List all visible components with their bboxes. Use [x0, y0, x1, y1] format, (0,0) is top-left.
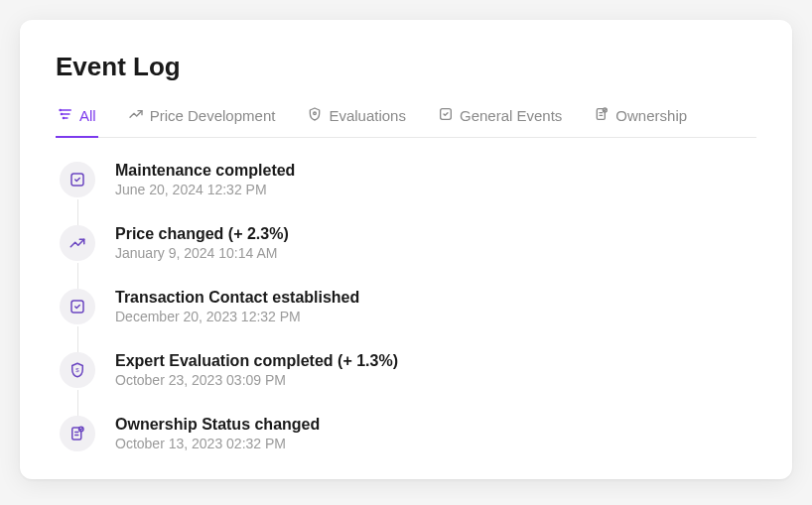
tab-general-events[interactable]: General Events [436, 106, 564, 137]
event-date: October 13, 2023 02:32 PM [115, 436, 320, 451]
doc-check-icon [60, 416, 95, 451]
event-title: Ownership Status changed [115, 416, 320, 434]
event-item[interactable]: Transaction Contact established December… [60, 289, 756, 352]
event-item[interactable]: Maintenance completed June 20, 2024 12:3… [60, 162, 756, 225]
shield-icon: $ [60, 352, 95, 388]
tab-label: Ownership [615, 107, 687, 124]
event-title: Price changed (+ 2.3%) [115, 225, 289, 243]
page-title: Event Log [56, 52, 756, 82]
check-square-icon [60, 162, 95, 197]
event-content: Maintenance completed June 20, 2024 12:3… [115, 162, 295, 197]
event-log-card: Event Log All Pr [20, 20, 792, 479]
event-title: Transaction Contact established [115, 289, 359, 307]
tab-all[interactable]: All [56, 106, 98, 137]
doc-check-icon [594, 106, 609, 125]
event-timeline: Maintenance completed June 20, 2024 12:3… [56, 162, 756, 451]
tab-label: General Events [460, 107, 562, 124]
event-date: October 23, 2023 03:09 PM [115, 372, 398, 388]
event-date: January 9, 2024 10:14 AM [115, 245, 289, 261]
tabs-bar: All Price Development Evaluations [56, 106, 756, 138]
event-item[interactable]: Ownership Status changed October 13, 202… [60, 416, 756, 451]
svg-text:$: $ [75, 367, 79, 373]
filter-icon [58, 106, 73, 125]
svg-point-6 [314, 112, 317, 115]
tab-price-development[interactable]: Price Development [126, 106, 278, 137]
event-content: Price changed (+ 2.3%) January 9, 2024 1… [115, 225, 289, 261]
event-item[interactable]: Price changed (+ 2.3%) January 9, 2024 1… [60, 225, 756, 289]
svg-point-4 [61, 113, 62, 114]
event-date: December 20, 2023 12:32 PM [115, 309, 359, 324]
check-square-icon [438, 106, 454, 125]
event-title: Expert Evaluation completed (+ 1.3%) [115, 352, 398, 370]
svg-point-3 [60, 109, 61, 110]
event-title: Maintenance completed [115, 162, 295, 180]
tab-label: All [79, 107, 96, 124]
tab-label: Evaluations [329, 107, 406, 124]
check-square-icon [60, 289, 95, 324]
trend-icon [128, 106, 144, 125]
event-content: Transaction Contact established December… [115, 289, 359, 324]
event-item[interactable]: $ Expert Evaluation completed (+ 1.3%) O… [60, 352, 756, 416]
event-content: Expert Evaluation completed (+ 1.3%) Oct… [115, 352, 398, 388]
trend-icon [60, 225, 95, 261]
tab-ownership[interactable]: Ownership [592, 106, 689, 137]
tab-evaluations[interactable]: Evaluations [305, 106, 408, 137]
tab-label: Price Development [150, 107, 276, 124]
shield-icon [307, 106, 323, 125]
svg-point-5 [63, 117, 64, 118]
event-date: June 20, 2024 12:32 PM [115, 182, 295, 197]
event-content: Ownership Status changed October 13, 202… [115, 416, 320, 451]
